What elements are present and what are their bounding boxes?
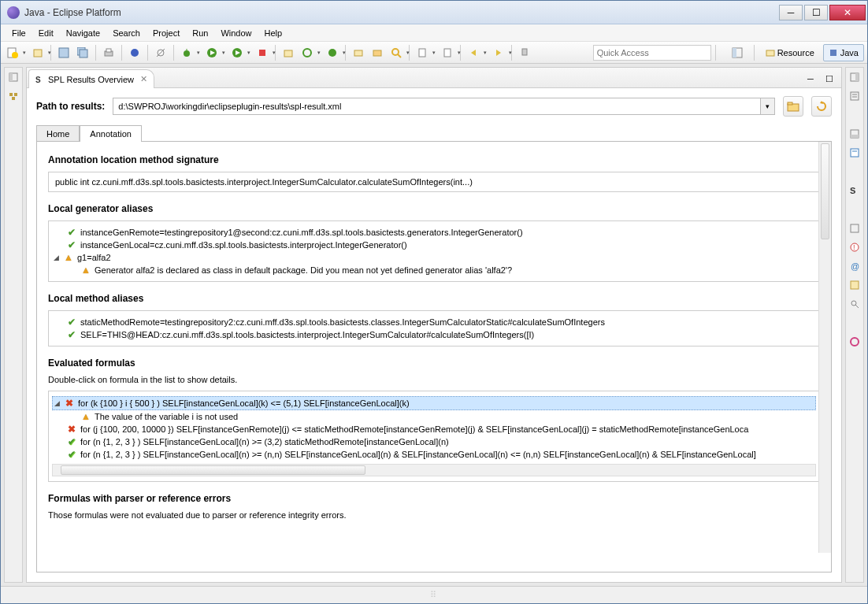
titlebar: Java - Eclipse Platform ─ ☐ ✕ [1,1,867,24]
declaration-icon[interactable] [848,279,861,291]
view-controls: ─ ☐ [802,70,841,87]
browse-button[interactable] [783,96,803,117]
new-java-package-button[interactable] [299,44,316,61]
perspective-resource[interactable]: Resource [760,44,820,61]
svg-text:!: ! [853,243,855,251]
package-explorer-icon[interactable] [7,90,20,102]
svg-rect-49 [851,135,859,138]
outline-icon[interactable] [848,90,861,102]
path-input[interactable] [113,98,761,115]
minimize-button[interactable]: ─ [779,5,803,20]
search-view-icon[interactable] [848,298,861,310]
warning-icon [80,265,91,276]
spl-trim-icon[interactable]: S [848,184,861,197]
new-class-button[interactable] [324,44,341,61]
tab-home[interactable]: Home [36,125,80,142]
warning-icon [63,252,74,263]
toggle-block-button[interactable] [439,44,456,61]
list-item[interactable]: ◢for (k {100 } i { 500 } ) SELF[instance… [52,396,816,410]
quick-access-input[interactable] [593,45,711,61]
run-button[interactable] [203,44,221,61]
menu-project[interactable]: Project [147,27,186,39]
problems-icon[interactable]: ! [848,241,861,254]
svg-text:S: S [850,186,855,195]
new-button[interactable] [4,44,21,61]
refresh-button[interactable] [811,96,832,117]
list-item[interactable]: instanceGenLocal=cz.cuni.mff.d3s.spl.too… [52,239,816,251]
tab-close-icon[interactable]: ✕ [140,74,147,84]
minimize-view-button[interactable]: ─ [802,70,819,87]
list-item[interactable]: Generator alfa2 is declared as class in … [52,264,816,276]
menu-edit[interactable]: Edit [32,27,60,39]
status-grip-icon: ⠿ [430,590,438,600]
formulas-list: ◢for (k {100 } i { 500 } ) SELF[instance… [48,391,820,482]
maximize-button[interactable]: ☐ [804,5,828,20]
expander-icon[interactable]: ◢ [52,254,60,261]
list-item[interactable]: for (j {100, 200, 10000 }) SELF[instance… [52,423,816,435]
svg-rect-45 [851,92,859,100]
app-window: Java - Eclipse Platform ─ ☐ ✕ File Edit … [0,0,868,604]
list-item-text: instanceGenLocal=cz.cuni.mff.d3s.spl.too… [80,240,407,250]
print-button[interactable] [100,44,117,61]
menu-help[interactable]: Help [258,27,289,39]
menu-search[interactable]: Search [106,27,147,39]
horizontal-scrollbar[interactable] [52,464,816,476]
list-item[interactable]: The value of the variable i is not used [52,410,816,423]
close-button[interactable]: ✕ [829,5,866,20]
progress-icon[interactable] [848,335,861,348]
toolbar-separator [173,45,174,61]
svg-line-59 [855,305,859,308]
list-item[interactable]: for (n {1, 2, 3 } ) SELF[instanceGenLoca… [52,435,816,448]
new-java-project-button[interactable] [280,44,297,61]
javadoc-icon[interactable]: @ [848,260,861,272]
view-tab-spl-results[interactable]: S SPL Results Overview ✕ [28,69,154,88]
expander-icon[interactable]: ◢ [53,399,61,407]
open-type-button[interactable] [350,44,367,61]
save-button[interactable] [55,44,72,61]
toggle-mark-button[interactable] [414,44,431,61]
search-button[interactable] [388,44,405,61]
restore-problems-icon[interactable] [848,222,861,235]
menu-run[interactable]: Run [186,27,214,39]
menu-file[interactable]: File [6,27,32,39]
svg-text:S: S [35,76,41,84]
skip-breakpoints-button[interactable] [152,44,169,61]
list-item[interactable]: staticMethodRemote=testingrepository2:cz… [52,316,816,328]
perspective-java[interactable]: Java [823,44,864,61]
restore-bottom-icon[interactable] [848,128,861,140]
workbench-content: S SPL Results Overview ✕ ─ ☐ Path to res… [1,64,867,586]
window-controls: ─ ☐ ✕ [777,5,866,20]
open-perspective-button[interactable] [726,44,748,61]
list-item[interactable]: ◢g1=alfa2 [52,251,816,264]
svg-rect-22 [373,50,381,56]
left-trim-stack [4,67,23,583]
save-all-button[interactable] [74,44,91,61]
external-tools-button[interactable] [254,44,271,61]
list-item[interactable]: instanceGenRemote=testingrepository1@sec… [52,226,816,239]
tab-annotation[interactable]: Annotation [80,125,142,142]
path-dropdown-button[interactable]: ▾ [761,98,775,115]
back-button[interactable] [465,44,482,61]
forward-button[interactable] [490,44,507,61]
scrollbar-thumb[interactable] [61,465,365,475]
warning-icon [80,411,91,422]
maximize-view-button[interactable]: ☐ [821,70,838,87]
tasks-icon[interactable] [848,146,861,159]
build-button[interactable] [126,44,143,61]
new-package-button[interactable] [29,44,46,61]
menu-navigate[interactable]: Navigate [60,27,106,39]
vertical-scrollbar[interactable] [818,142,831,553]
restore-left-icon[interactable] [7,71,20,83]
debug-button[interactable] [178,44,195,61]
menu-window[interactable]: Window [214,27,258,39]
open-task-button[interactable] [369,44,386,61]
pin-editor-button[interactable] [516,44,533,61]
list-item[interactable]: for (n {1, 2, 3 } ) SELF[instanceGenLoca… [52,448,816,461]
ok-icon [66,239,77,250]
run-last-button[interactable] [228,44,246,61]
list-item[interactable]: SELF=THIS@HEAD:cz.cuni.mff.d3s.spl.tools… [52,328,816,341]
svg-rect-33 [830,50,836,56]
list-item-text: for (k {100 } i { 500 } ) SELF[instanceG… [78,398,410,408]
svg-rect-7 [106,49,111,52]
restore-right-icon[interactable] [848,71,861,83]
